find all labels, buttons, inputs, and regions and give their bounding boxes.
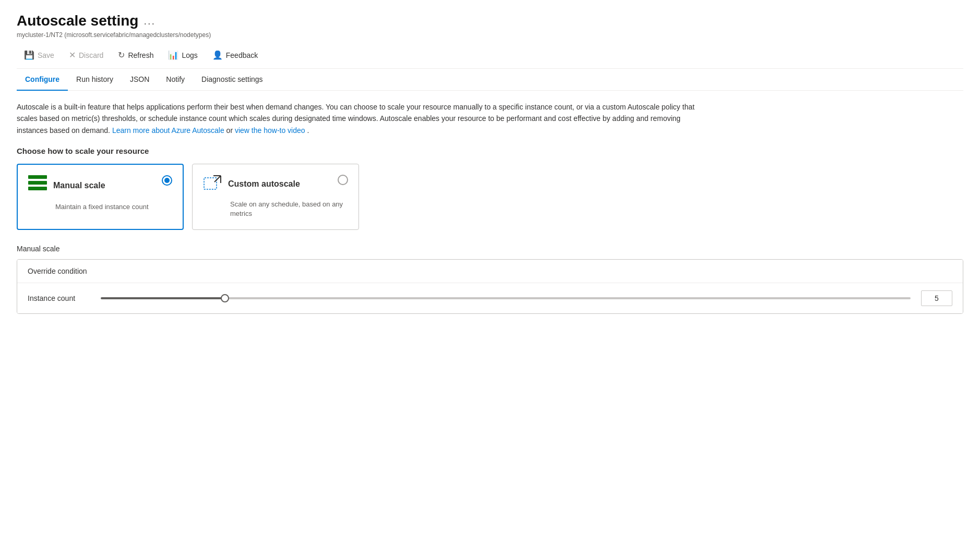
manual-card-title-row: Manual scale xyxy=(28,175,105,196)
description-end: . xyxy=(307,126,309,135)
custom-card-title-row: Custom autoscale xyxy=(203,175,300,193)
tab-json[interactable]: JSON xyxy=(122,69,158,91)
manual-scale-section: Manual scale Override condition Instance… xyxy=(17,245,963,314)
how-to-video-link[interactable]: view the how-to video xyxy=(235,126,305,135)
instance-count-input[interactable] xyxy=(921,290,952,306)
description-block: Autoscale is a built-in feature that hel… xyxy=(17,101,695,136)
custom-card-header: Custom autoscale xyxy=(203,175,348,193)
feedback-icon: 👤 xyxy=(212,50,223,60)
feedback-button[interactable]: 👤 Feedback xyxy=(205,47,265,63)
tab-run-history[interactable]: Run history xyxy=(68,69,122,91)
save-icon: 💾 xyxy=(24,50,34,60)
page-title-container: Autoscale setting ... xyxy=(17,13,963,29)
manual-card-header: Manual scale xyxy=(28,175,172,196)
manual-scale-title: Manual scale xyxy=(53,181,105,190)
manual-scale-desc: Maintain a fixed instance count xyxy=(55,202,172,212)
tabs-container: Configure Run history JSON Notify Diagno… xyxy=(17,69,963,91)
scale-section-title: Choose how to scale your resource xyxy=(17,147,963,155)
refresh-icon: ↻ xyxy=(118,50,125,60)
override-body: Instance count xyxy=(17,283,963,313)
svg-line-3 xyxy=(214,176,221,182)
discard-button[interactable]: ✕ Discard xyxy=(62,47,111,63)
bar-2 xyxy=(28,181,47,185)
page-ellipsis: ... xyxy=(144,15,156,27)
tab-diagnostic-settings[interactable]: Diagnostic settings xyxy=(193,69,271,91)
override-condition-header: Override condition xyxy=(17,260,963,283)
breadcrumb: mycluster-1/NT2 (microsoft.servicefabric… xyxy=(17,31,963,39)
svg-rect-0 xyxy=(204,178,217,189)
custom-autoscale-icon xyxy=(203,175,222,193)
learn-more-link[interactable]: Learn more about Azure Autoscale xyxy=(112,126,224,135)
manual-scale-section-label: Manual scale xyxy=(17,245,963,253)
custom-autoscale-title: Custom autoscale xyxy=(228,179,300,189)
manual-scale-icon xyxy=(28,175,47,196)
custom-autoscale-radio[interactable] xyxy=(338,175,348,185)
instance-count-slider[interactable] xyxy=(101,297,911,299)
feedback-label: Feedback xyxy=(226,51,258,59)
scale-options: Manual scale Maintain a fixed instance c… xyxy=(17,164,963,229)
custom-autoscale-card[interactable]: Custom autoscale Scale on any schedule, … xyxy=(192,164,359,229)
save-label: Save xyxy=(38,51,54,59)
refresh-label: Refresh xyxy=(128,51,153,59)
discard-icon: ✕ xyxy=(69,50,76,60)
manual-scale-card[interactable]: Manual scale Maintain a fixed instance c… xyxy=(17,164,184,229)
tab-notify[interactable]: Notify xyxy=(158,69,193,91)
tab-configure[interactable]: Configure xyxy=(17,69,68,91)
manual-scale-radio[interactable] xyxy=(162,175,172,186)
bar-1 xyxy=(28,175,47,179)
save-button[interactable]: 💾 Save xyxy=(17,47,62,63)
override-box: Override condition Instance count xyxy=(17,259,963,314)
logs-icon: 📊 xyxy=(168,50,178,60)
instance-count-label: Instance count xyxy=(28,294,90,302)
toolbar: 💾 Save ✕ Discard ↻ Refresh 📊 Logs 👤 Feed… xyxy=(17,47,963,69)
discard-label: Discard xyxy=(79,51,103,59)
logs-button[interactable]: 📊 Logs xyxy=(161,47,205,63)
custom-autoscale-desc: Scale on any schedule, based on any metr… xyxy=(230,200,348,218)
page-title: Autoscale setting xyxy=(17,13,138,29)
slider-container xyxy=(101,297,911,299)
refresh-button[interactable]: ↻ Refresh xyxy=(111,47,161,63)
description-middle: or xyxy=(226,126,235,135)
bar-3 xyxy=(28,187,47,190)
logs-label: Logs xyxy=(182,51,197,59)
